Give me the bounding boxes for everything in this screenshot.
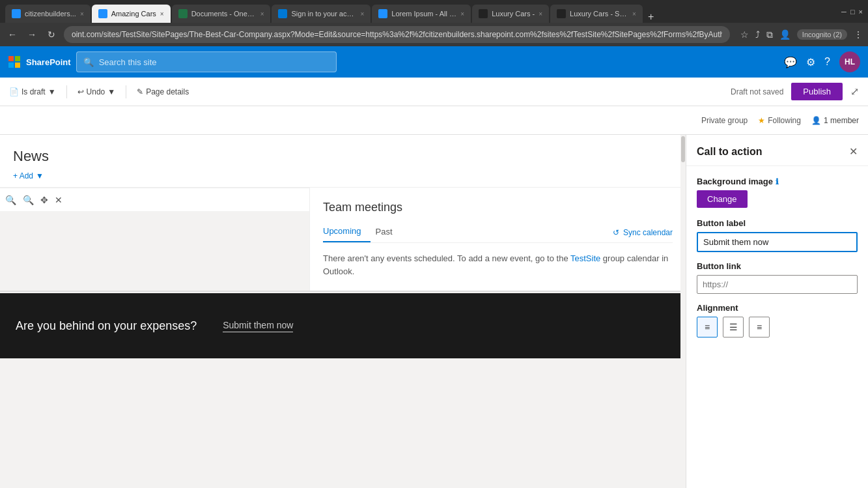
- profile-icon[interactable]: 👤: [779, 29, 791, 40]
- sp-topbar-right: 💬 ⚙ ? HL: [784, 51, 860, 72]
- address-input[interactable]: [64, 26, 730, 43]
- tab-label: Luxury Cars - Sedans...: [570, 10, 628, 18]
- align-right-button[interactable]: ≡: [749, 317, 770, 337]
- tab-label: Luxury Cars -: [492, 10, 535, 18]
- tab-favicon: [378, 9, 387, 18]
- tab-favicon: [278, 9, 287, 18]
- zoom-in-icon[interactable]: 🔍: [23, 195, 34, 205]
- site-header: Private group ★ Following 👤 1 member: [0, 106, 868, 135]
- delete-image-icon[interactable]: ✕: [55, 195, 63, 205]
- tab-close[interactable]: ×: [160, 10, 164, 18]
- tab-luxury-cars-2[interactable]: Luxury Cars - Sedans... ×: [550, 5, 643, 23]
- meeting-tabs: Upcoming Past ↺ Sync calendar: [323, 222, 673, 243]
- tab-past[interactable]: Past: [376, 223, 402, 242]
- draft-chevron-icon: ▼: [48, 87, 56, 96]
- change-button[interactable]: Change: [697, 190, 748, 208]
- publish-button[interactable]: Publish: [791, 83, 843, 100]
- star-icon: ★: [758, 116, 765, 125]
- undo-button[interactable]: ↩ Undo ▼: [77, 87, 116, 96]
- alignment-heading: Alignment: [697, 303, 858, 313]
- tab-documents[interactable]: Documents - OneDr... ×: [172, 5, 271, 23]
- help-icon[interactable]: ?: [824, 56, 830, 68]
- ms-logo-icon: [8, 55, 21, 68]
- zoom-out-icon[interactable]: 🔍: [5, 195, 16, 205]
- tab-close[interactable]: ×: [80, 10, 84, 18]
- draft-toggle[interactable]: 📄 Is draft ▼: [9, 87, 56, 96]
- search-box[interactable]: 🔍: [76, 51, 337, 72]
- page-details-icon: ✎: [137, 87, 143, 96]
- news-section: News + Add ▼: [0, 135, 686, 188]
- tab-lorem[interactable]: Lorem Ipsum - All the... ×: [372, 5, 471, 23]
- members-icon: 👤: [811, 116, 821, 125]
- button-label-heading: Button label: [697, 218, 858, 228]
- car-image-container: Amazing Cars 🔍 🔍 ✥ ✕: [0, 188, 309, 291]
- sync-calendar-button[interactable]: ↺ Sync calendar: [613, 228, 673, 237]
- settings-icon[interactable]: ⚙: [806, 56, 815, 68]
- conversation-icon[interactable]: 💬: [784, 56, 797, 68]
- tab-favicon: [12, 9, 21, 18]
- tab-label: Lorem Ipsum - All the...: [391, 10, 456, 18]
- tab-amazing-cars[interactable]: Amazing Cars ×: [92, 5, 171, 23]
- tab-signin[interactable]: Sign in to your accou... ×: [272, 5, 371, 23]
- tab-label: Sign in to your accou...: [291, 10, 356, 18]
- move-icon[interactable]: ✥: [40, 195, 48, 205]
- tab-luxury-cars-1[interactable]: Luxury Cars - ×: [472, 5, 549, 23]
- page-toolbar: 📄 Is draft ▼ ↩ Undo ▼ ✎ Page details Dra…: [0, 78, 868, 106]
- bookmark-icon[interactable]: ☆: [740, 29, 749, 40]
- cta-button[interactable]: Submit them now: [223, 320, 293, 332]
- undo-chevron-icon: ▼: [107, 87, 115, 96]
- button-link-input[interactable]: [697, 275, 858, 294]
- tab-label: Amazing Cars: [111, 10, 156, 18]
- add-chevron-icon: ▼: [36, 171, 44, 180]
- page-details-button[interactable]: ✎ Page details: [137, 87, 189, 96]
- add-button[interactable]: + Add ▼: [13, 171, 673, 180]
- info-icon[interactable]: ℹ: [776, 177, 779, 186]
- browser-window-controls: ─ □ ×: [841, 8, 863, 16]
- edit-area: Amazing Cars 🔍 🔍 ✥ ✕: [0, 188, 686, 291]
- cta-section: Are you behind on your expenses? Submit …: [0, 293, 686, 358]
- new-tab-button[interactable]: +: [648, 11, 654, 23]
- extensions-icon[interactable]: ⧉: [766, 29, 773, 40]
- sharepoint-label[interactable]: SharePoint: [26, 57, 71, 67]
- panel-close-button[interactable]: ✕: [849, 145, 858, 158]
- tab-citizenbuilders[interactable]: citizenbuilders... ×: [5, 5, 91, 23]
- tab-close[interactable]: ×: [460, 10, 464, 18]
- content-scroll[interactable]: News + Add ▼: [0, 135, 686, 488]
- align-center-button[interactable]: ☰: [723, 317, 744, 337]
- align-left-button[interactable]: ≡: [697, 317, 718, 337]
- incognito-badge[interactable]: Incognito (2): [797, 29, 847, 40]
- testsite-link[interactable]: TestSite: [570, 253, 600, 263]
- page-details-label: Page details: [146, 87, 189, 96]
- bg-image-label: Background image ℹ: [697, 177, 858, 186]
- undo-label: Undo: [87, 87, 105, 96]
- sync-label: Sync calendar: [623, 228, 673, 237]
- panel-header: Call to action ✕: [686, 135, 868, 166]
- sp-topbar-left: SharePoint: [8, 55, 71, 68]
- svg-rect-1: [15, 56, 20, 61]
- forward-button[interactable]: →: [25, 29, 39, 40]
- align-right-icon: ≡: [757, 322, 762, 332]
- scroll-strip[interactable]: [680, 135, 686, 488]
- expand-icon[interactable]: ⤢: [850, 85, 859, 98]
- tab-close[interactable]: ×: [632, 10, 636, 18]
- panel-content: Background image ℹ Change Button label B…: [686, 166, 868, 488]
- tab-close[interactable]: ×: [539, 10, 542, 18]
- main-layout: News + Add ▼: [0, 135, 868, 488]
- search-input[interactable]: [99, 57, 329, 67]
- reload-button[interactable]: ↻: [44, 29, 59, 40]
- panel-title: Call to action: [697, 146, 849, 158]
- back-button[interactable]: ←: [5, 29, 20, 40]
- toolbar-separator: [66, 85, 67, 98]
- button-label-input[interactable]: [697, 232, 858, 252]
- tab-close[interactable]: ×: [260, 10, 264, 18]
- following-button[interactable]: ★ Following: [758, 116, 801, 125]
- user-avatar[interactable]: HL: [839, 51, 860, 72]
- meeting-title: Team meetings: [323, 201, 673, 214]
- sync-icon: ↺: [613, 228, 619, 237]
- align-left-icon: ≡: [705, 322, 710, 332]
- menu-icon[interactable]: ⋮: [854, 29, 863, 40]
- members-indicator[interactable]: 👤 1 member: [811, 116, 859, 125]
- share-icon[interactable]: ⤴: [755, 29, 760, 40]
- tab-upcoming[interactable]: Upcoming: [323, 222, 371, 242]
- tab-close[interactable]: ×: [360, 10, 364, 18]
